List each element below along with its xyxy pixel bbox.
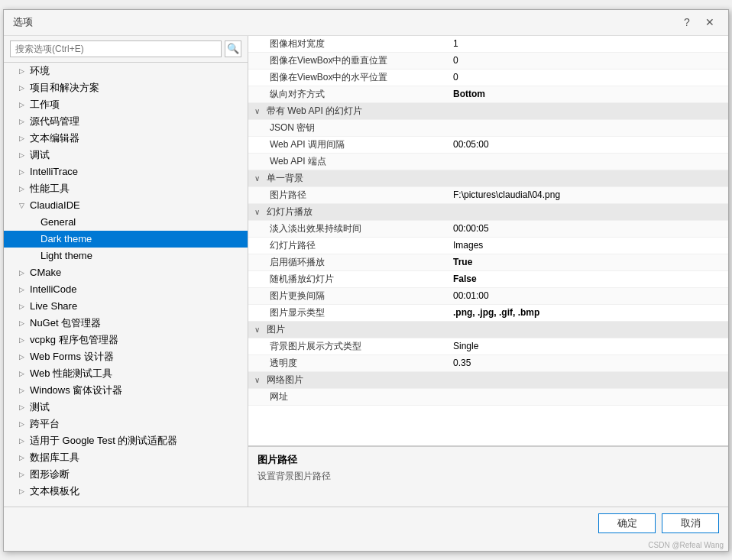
section-toggle-20[interactable]: ∨	[254, 376, 265, 384]
section-name-17: 图片	[267, 323, 465, 336]
prop-row-3: 纵向对齐方式Bottom	[248, 86, 728, 103]
section-header-20[interactable]: ∨网络图片	[248, 372, 728, 389]
tree-item-light[interactable]: Light theme	[4, 248, 248, 264]
search-input[interactable]	[10, 40, 222, 57]
tree-item-env[interactable]: ▷环境	[4, 63, 248, 79]
tree-label-nuget: NuGet 包管理器	[30, 316, 101, 330]
tree-label-perf: 性能工具	[30, 182, 70, 196]
prop-row-0: 图像相对宽度1	[248, 36, 728, 53]
prop-value-15: 00:01:00	[453, 290, 722, 301]
section-header-4[interactable]: ∨带有 Web API 的幻灯片	[248, 103, 728, 120]
tree-item-work[interactable]: ▷工作项	[4, 96, 248, 113]
tree-item-debug[interactable]: ▷调试	[4, 147, 248, 163]
tree-label-work: 工作项	[30, 98, 60, 112]
tree-label-liveshare: Live Share	[30, 300, 77, 312]
prop-value-3: Bottom	[453, 89, 722, 99]
tree-arrow-editor: ▷	[19, 134, 30, 142]
tree-item-perf[interactable]: ▷性能工具	[4, 180, 248, 197]
tree-arrow-perf: ▷	[19, 185, 30, 193]
prop-row-11: 淡入淡出效果持续时间00:00:05	[248, 221, 728, 238]
title-bar-buttons: ? ✕	[678, 15, 719, 30]
prop-name-5: JSON 密钥	[254, 121, 453, 134]
tree-item-webforms[interactable]: ▷Web Forms 设计器	[4, 348, 248, 365]
description-title: 图片路径	[257, 453, 719, 467]
tree-label-intellitrace: IntelliTrace	[30, 166, 78, 177]
prop-name-18: 背景图片展示方式类型	[254, 340, 453, 353]
prop-name-2: 图像在ViewBox中的水平位置	[254, 71, 453, 84]
prop-name-15: 图片更换间隔	[254, 290, 453, 303]
tree-item-dark[interactable]: Dark theme	[4, 231, 248, 248]
tree-label-light: Light theme	[40, 250, 92, 261]
tree-item-cross[interactable]: ▷跨平台	[4, 416, 248, 432]
tree-item-webperf[interactable]: ▷Web 性能测试工具	[4, 365, 248, 382]
tree-label-template: 文本模板化	[30, 484, 79, 498]
watermark: CSDN @Refeal Wang	[4, 539, 728, 551]
tree-item-intellicode[interactable]: ▷IntelliCode	[4, 281, 248, 298]
tree-item-claudia[interactable]: ▽ClaudiaIDE	[4, 197, 248, 214]
section-header-17[interactable]: ∨图片	[248, 322, 728, 338]
prop-value-11: 00:00:05	[453, 223, 722, 234]
tree-item-gtest[interactable]: ▷适用于 Google Test 的测试适配器	[4, 432, 248, 449]
tree-arrow-cross: ▷	[19, 420, 30, 428]
section-toggle-4[interactable]: ∨	[254, 107, 265, 115]
prop-row-14: 随机播放幻灯片False	[248, 271, 728, 288]
tree-arrow-project: ▷	[19, 84, 30, 92]
prop-name-21: 网址	[254, 390, 453, 403]
cancel-button[interactable]: 取消	[662, 513, 719, 533]
section-toggle-17[interactable]: ∨	[254, 325, 265, 334]
tree-label-vcpkg: vcpkg 程序包管理器	[30, 333, 118, 347]
tree-arrow-intellicode: ▷	[19, 286, 30, 293]
tree-item-vcpkg[interactable]: ▷vcpkg 程序包管理器	[4, 332, 248, 348]
tree-item-editor[interactable]: ▷文本编辑器	[4, 130, 248, 147]
prop-row-1: 图像在ViewBox中的垂直位置0	[248, 53, 728, 70]
tree-item-test[interactable]: ▷测试	[4, 399, 248, 416]
bottom-bar: 确定 取消	[4, 507, 728, 539]
tree-arrow-work: ▷	[19, 101, 30, 108]
prop-row-5: JSON 密钥	[248, 120, 728, 137]
prop-name-12: 幻灯片路径	[254, 239, 453, 252]
close-button[interactable]: ✕	[701, 15, 719, 30]
prop-value-9: F:\pictures\claudial\04.png	[453, 189, 722, 200]
prop-value-16: .png, .jpg, .gif, .bmp	[453, 307, 722, 318]
section-toggle-8[interactable]: ∨	[254, 174, 265, 183]
description-text: 设置背景图片路径	[257, 470, 719, 483]
prop-value-2: 0	[453, 72, 722, 83]
prop-name-14: 随机播放幻灯片	[254, 273, 453, 286]
prop-name-9: 图片路径	[254, 189, 453, 202]
help-button[interactable]: ?	[678, 15, 696, 30]
tree-item-winforms[interactable]: ▷Windows 窗体设计器	[4, 382, 248, 399]
prop-row-15: 图片更换间隔00:01:00	[248, 288, 728, 305]
tree-arrow-chart: ▷	[19, 471, 30, 478]
tree-container[interactable]: ▷环境▷项目和解决方案▷工作项▷源代码管理▷文本编辑器▷调试▷IntelliTr…	[4, 63, 248, 507]
section-name-4: 带有 Web API 的幻灯片	[267, 105, 465, 118]
tree-item-source[interactable]: ▷源代码管理	[4, 113, 248, 130]
tree-label-source: 源代码管理	[30, 115, 79, 128]
tree-label-gtest: 适用于 Google Test 的测试适配器	[30, 434, 177, 448]
section-header-8[interactable]: ∨单一背景	[248, 170, 728, 187]
section-header-10[interactable]: ∨幻灯片播放	[248, 204, 728, 221]
props-table: 图像相对宽度1图像在ViewBox中的垂直位置0图像在ViewBox中的水平位置…	[248, 36, 728, 445]
tree-arrow-winforms: ▷	[19, 387, 30, 394]
tree-item-db[interactable]: ▷数据库工具	[4, 449, 248, 466]
tree-arrow-vcpkg: ▷	[19, 336, 30, 344]
tree-item-nuget[interactable]: ▷NuGet 包管理器	[4, 315, 248, 332]
tree-item-chart[interactable]: ▷图形诊断	[4, 466, 248, 483]
tree-label-debug: 调试	[30, 148, 50, 162]
prop-name-11: 淡入淡出效果持续时间	[254, 222, 453, 235]
tree-item-liveshare[interactable]: ▷Live Share	[4, 298, 248, 315]
tree-item-project[interactable]: ▷项目和解决方案	[4, 79, 248, 96]
tree-item-template[interactable]: ▷文本模板化	[4, 483, 248, 500]
section-toggle-10[interactable]: ∨	[254, 208, 265, 216]
title-bar: 选项 ? ✕	[4, 10, 728, 36]
ok-button[interactable]: 确定	[598, 513, 656, 533]
tree-arrow-webperf: ▷	[19, 370, 30, 377]
prop-row-18: 背景图片展示方式类型Single	[248, 338, 728, 355]
search-button[interactable]: 🔍	[225, 40, 241, 57]
tree-item-cmake[interactable]: ▷CMake	[4, 264, 248, 281]
tree-item-intellitrace[interactable]: ▷IntelliTrace	[4, 163, 248, 180]
tree-arrow-template: ▷	[19, 487, 30, 495]
prop-value-12: Images	[453, 240, 722, 251]
tree-arrow-liveshare: ▷	[19, 303, 30, 310]
tree-arrow-intellitrace: ▷	[19, 168, 30, 176]
tree-item-general[interactable]: General	[4, 214, 248, 231]
